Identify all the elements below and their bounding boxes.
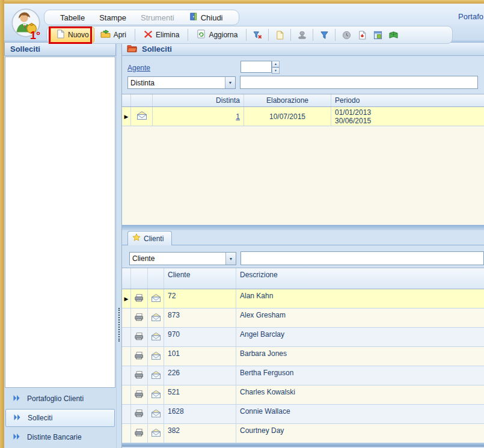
annotation-step-label: 1°	[30, 29, 40, 42]
cliente-row[interactable]: 970 Angel Barclay	[122, 328, 484, 347]
horizontal-scrollbar[interactable]	[122, 443, 484, 447]
printer-icon[interactable]	[134, 390, 145, 400]
column-header-descrizione[interactable]: Descrizione	[236, 268, 484, 289]
sidebar-item-solleciti[interactable]: Solleciti	[5, 409, 115, 427]
door-icon	[189, 12, 198, 23]
printer-icon[interactable]	[134, 351, 145, 362]
distinta-row[interactable]: ▶ 1 10/07/2015 01/01/2013 30/06/2015	[122, 107, 484, 126]
distinta-number-link[interactable]: 1	[236, 112, 240, 121]
agente-value-field[interactable]	[240, 61, 272, 73]
envelope-icon[interactable]	[136, 111, 148, 122]
cliente-row[interactable]: 101 Barbara Jones	[122, 347, 484, 366]
distinte-table-empty-area	[122, 126, 484, 225]
cliente-search-input[interactable]	[240, 251, 484, 265]
cliente-row[interactable]: 226 Bertha Ferguson	[122, 366, 484, 385]
toolbar-separator	[313, 29, 313, 41]
toolbar-separator	[246, 29, 247, 41]
splitter-grip	[118, 308, 120, 342]
toolbar-separator	[188, 29, 188, 41]
horizontal-splitter[interactable]	[122, 225, 484, 230]
main-panel: Solleciti Agente ▲ ▼ Distinta ▼ Distinta…	[122, 42, 484, 448]
aggiorna-button[interactable]: Aggiorna	[192, 28, 242, 42]
clear-filter-icon[interactable]	[250, 28, 265, 42]
book-icon[interactable]	[386, 28, 400, 42]
cliente-row[interactable]: 382 Courtney Day	[122, 424, 484, 443]
toolbar-separator	[290, 29, 291, 41]
refresh-icon	[197, 29, 206, 40]
sidebar: Solleciti Portafoglio Clienti Solleciti	[4, 42, 116, 448]
envelope-icon[interactable]	[150, 351, 162, 362]
envelope-icon[interactable]	[150, 409, 162, 420]
top-bar: Tabelle Stampe Strumenti Chiudi Portafo	[4, 4, 484, 41]
tab-strip-border	[122, 245, 484, 245]
export-document-icon[interactable]	[355, 28, 369, 42]
printer-icon[interactable]	[134, 409, 145, 420]
cliente-row[interactable]: ▶ 72 Alan Kahn	[122, 289, 484, 308]
column-header-elaborazione[interactable]: Elaborazione	[244, 94, 331, 106]
printer-icon[interactable]	[134, 370, 145, 381]
chevron-down-icon[interactable]: ▼	[225, 253, 236, 265]
nuovo-button[interactable]: Nuovo	[51, 27, 94, 43]
agente-spinner[interactable]: ▲ ▼	[240, 61, 280, 73]
toolbar-separator	[135, 29, 135, 41]
blank-document-icon[interactable]	[272, 28, 287, 42]
delete-x-icon	[144, 29, 153, 40]
printer-icon[interactable]	[134, 428, 145, 439]
row-marker: ▶	[124, 296, 129, 302]
envelope-icon[interactable]	[150, 390, 162, 400]
row-marker: ▶	[124, 114, 129, 120]
filter-icon[interactable]	[317, 28, 331, 42]
clock-icon	[339, 28, 354, 42]
clienti-table-header: Cliente Descrizione	[122, 268, 484, 289]
menu-stampe[interactable]: Stampe	[92, 13, 133, 22]
menu-bar: Tabelle Stampe Strumenti Chiudi	[44, 10, 239, 25]
printer-icon[interactable]	[134, 313, 145, 324]
elimina-button[interactable]: Elimina	[139, 28, 184, 42]
star-icon	[132, 233, 141, 244]
stamp-icon[interactable]	[295, 28, 309, 42]
periodo-to: 30/06/2015	[335, 117, 371, 125]
chevron-down-icon[interactable]: ▼	[225, 77, 235, 88]
sidebar-item-distinte-bancarie[interactable]: Distinte Bancarie	[5, 428, 115, 446]
agente-link[interactable]: Agente	[127, 64, 150, 72]
double-chevron-icon	[13, 394, 21, 404]
cliente-row[interactable]: 521 Charles Kowalski	[122, 385, 484, 405]
menu-tabelle[interactable]: Tabelle	[53, 13, 92, 22]
envelope-icon[interactable]	[150, 370, 162, 381]
window-icon[interactable]	[370, 28, 385, 42]
window-frame-left	[0, 0, 4, 448]
printer-icon[interactable]	[134, 332, 145, 343]
vertical-splitter[interactable]	[116, 42, 122, 448]
envelope-icon[interactable]	[150, 313, 162, 324]
apri-button[interactable]: Apri	[96, 28, 131, 42]
envelope-icon[interactable]	[150, 428, 162, 439]
elaborazione-date: 10/07/2015	[269, 112, 305, 121]
sidebar-title: Solleciti	[4, 42, 116, 56]
envelope-icon[interactable]	[150, 293, 162, 304]
menu-strumenti: Strumenti	[133, 13, 182, 22]
cliente-filter-dropdown[interactable]: Cliente ▼	[129, 252, 236, 265]
portfolio-link[interactable]: Portafo	[458, 12, 483, 21]
sidebar-item-portafoglio-clienti[interactable]: Portafoglio Clienti	[5, 390, 115, 408]
tab-clienti[interactable]: Clienti	[127, 231, 172, 245]
distinta-search-input[interactable]	[240, 76, 478, 89]
printer-icon[interactable]	[134, 293, 145, 304]
distinte-table-header: Distinta Elaborazione Periodo	[122, 94, 484, 107]
spinner-up-button[interactable]: ▲	[272, 61, 280, 67]
spinner-down-button[interactable]: ▼	[272, 67, 280, 74]
toolbar: Nuovo Apri Elimin	[46, 26, 453, 44]
column-header-distinta[interactable]: Distinta	[153, 94, 244, 106]
cliente-row[interactable]: 873 Alex Gresham	[122, 308, 484, 328]
envelope-icon[interactable]	[150, 332, 162, 343]
main-panel-title: Solleciti	[122, 42, 484, 56]
toolbar-separator	[335, 29, 335, 41]
cliente-row[interactable]: 1628 Connie Wallace	[122, 405, 484, 424]
menu-chiudi[interactable]: Chiudi	[182, 12, 230, 23]
sidebar-listbox[interactable]	[5, 57, 115, 388]
toolbar-separator	[268, 29, 269, 41]
distinta-filter-dropdown[interactable]: Distinta ▼	[127, 76, 236, 89]
column-header-cliente[interactable]: Cliente	[164, 268, 236, 289]
column-header-periodo[interactable]: Periodo	[331, 94, 484, 106]
window-frame-top	[0, 0, 484, 4]
open-folder-icon	[100, 29, 111, 40]
